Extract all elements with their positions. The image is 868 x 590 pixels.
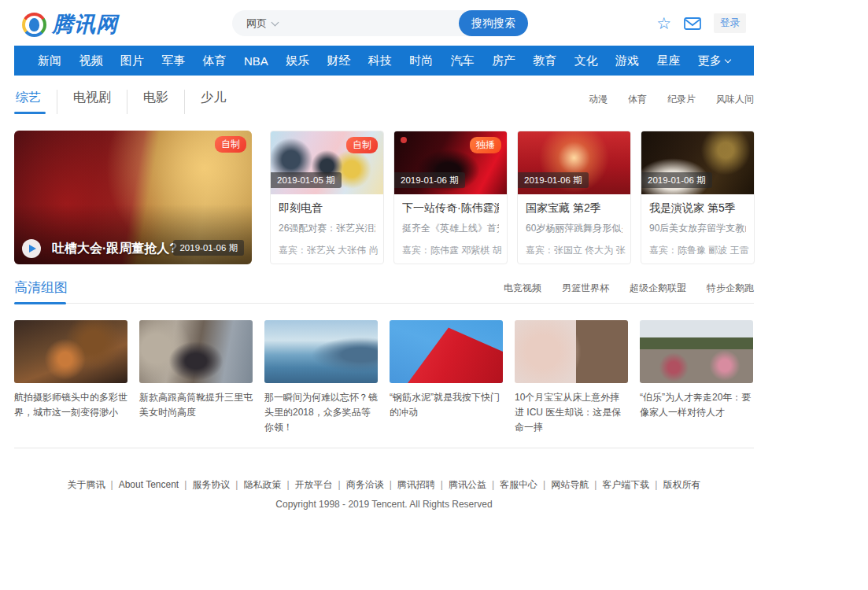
link-documentary[interactable]: 纪录片 bbox=[667, 93, 696, 106]
episode-date-badge: 2019-01-06 期 bbox=[394, 172, 465, 188]
logo-text: 腾讯网 bbox=[52, 10, 118, 39]
copyright-text: Copyright 1998 - 2019 Tencent. All Right… bbox=[14, 499, 754, 510]
self-produced-badge: 自制 bbox=[215, 136, 246, 153]
nav-item-sports[interactable]: 体育 bbox=[203, 53, 227, 68]
footer-link[interactable]: 客服中心 bbox=[500, 479, 537, 490]
tab-kids[interactable]: 少儿 bbox=[185, 90, 242, 114]
footer-link[interactable]: 腾讯公益 bbox=[449, 479, 486, 490]
photo-caption: 10个月宝宝从床上意外摔进 ICU 医生却说：这是保命一摔 bbox=[515, 390, 628, 435]
tab-movies[interactable]: 电影 bbox=[127, 90, 185, 114]
video-card[interactable]: 2019-01-06 期 我是演说家 第5季 90后美女放弃留学支教山村 嘉宾：… bbox=[641, 131, 755, 264]
chevron-down-icon bbox=[725, 56, 731, 62]
footer-link-separator: | bbox=[594, 479, 597, 490]
footer-link[interactable]: 客户端下载 bbox=[602, 479, 649, 490]
link-sports[interactable]: 体育 bbox=[628, 93, 647, 106]
nav-item-games[interactable]: 游戏 bbox=[615, 53, 639, 68]
category-tabs-row: 综艺 电视剧 电影 少儿 动漫 体育 纪录片 风味人间 bbox=[14, 90, 754, 113]
footer-link-separator: | bbox=[286, 479, 289, 490]
video-subtitle: 60岁杨丽萍跳舞身形似少女 bbox=[526, 222, 622, 235]
footer-links: 关于腾讯|About Tencent|服务协议|隐私政策|开放平台|商务洽谈|腾… bbox=[14, 478, 754, 492]
footer-link[interactable]: 腾讯招聘 bbox=[397, 479, 435, 490]
link-super-penguin-league[interactable]: 超级企鹅联盟 bbox=[630, 282, 686, 303]
photo-card[interactable]: 航拍摄影师镜头中的多彩世界，城市这一刻变得渺小 bbox=[14, 320, 127, 435]
nav-item-fashion[interactable]: 时尚 bbox=[409, 53, 433, 68]
photo-caption: “伯乐”为人才奔走20年：要像家人一样对待人才 bbox=[640, 390, 753, 420]
footer-link-separator: | bbox=[111, 479, 113, 490]
footer-link[interactable]: 版权所有 bbox=[663, 479, 700, 490]
photo-card[interactable]: 10个月宝宝从床上意外摔进 ICU 医生却说：这是保命一摔 bbox=[515, 320, 628, 435]
play-icon[interactable] bbox=[22, 239, 41, 258]
search-category-label: 网页 bbox=[246, 17, 267, 31]
footer-link[interactable]: 商务洽谈 bbox=[346, 479, 384, 490]
video-subtitle: 26强配对赛：张艺兴泪洒现场 bbox=[279, 222, 375, 235]
video-thumbnail: 2019-01-06 期 bbox=[641, 131, 754, 194]
featured-video-card[interactable]: 自制 吐槽大会·跟周董抢人? 2019-01-06 期 bbox=[14, 131, 252, 264]
nav-item-video[interactable]: 视频 bbox=[79, 53, 102, 68]
main-navbar: 新闻 视频 图片 军事 体育 NBA 娱乐 财经 科技 时尚 汽车 房产 教育 … bbox=[14, 46, 754, 76]
video-thumbnail: 独播 2019-01-06 期 bbox=[394, 131, 507, 194]
search-input[interactable] bbox=[278, 10, 459, 36]
nav-item-pictures[interactable]: 图片 bbox=[120, 53, 144, 68]
video-cards-row: 自制 吐槽大会·跟周董抢人? 2019-01-06 期 自制 2019-01-0… bbox=[14, 131, 754, 264]
photo-card[interactable]: 新款高跟高筒靴提升三里屯美女时尚高度 bbox=[139, 320, 253, 435]
search-category-dropdown[interactable]: 网页 bbox=[232, 17, 278, 31]
nav-item-finance[interactable]: 财经 bbox=[327, 53, 350, 68]
nav-item-horoscope[interactable]: 星座 bbox=[656, 53, 680, 68]
photos-section-header: 高清组图 电竞视频 男篮世界杯 超级企鹅联盟 特步企鹅跑 bbox=[14, 278, 754, 304]
favorite-star-icon[interactable]: ☆ bbox=[656, 15, 671, 31]
nav-more-label: 更多 bbox=[698, 53, 722, 68]
tencent-logo[interactable]: 腾讯网 bbox=[22, 10, 118, 39]
sogou-search-button[interactable]: 搜狗搜索 bbox=[459, 10, 528, 36]
page-footer: 关于腾讯|About Tencent|服务协议|隐私政策|开放平台|商务洽谈|腾… bbox=[14, 478, 754, 510]
tabs-right-links: 动漫 体育 纪录片 风味人间 bbox=[589, 90, 754, 106]
photo-caption: “钢筋水泥”就是我按下快门的冲动 bbox=[390, 390, 503, 420]
tab-variety[interactable]: 综艺 bbox=[14, 90, 57, 114]
video-card-body: 我是演说家 第5季 90后美女放弃留学支教山村 嘉宾：陈鲁豫 郦波 王雷 bbox=[641, 194, 754, 264]
footer-link[interactable]: 关于腾讯 bbox=[68, 479, 105, 490]
nav-item-tech[interactable]: 科技 bbox=[368, 53, 392, 68]
footer-link-separator: | bbox=[184, 479, 187, 490]
tab-tv-series[interactable]: 电视剧 bbox=[57, 90, 127, 114]
link-penguin-run[interactable]: 特步企鹅跑 bbox=[707, 282, 754, 303]
photos-section-title[interactable]: 高清组图 bbox=[14, 278, 68, 303]
video-card[interactable]: 2019-01-06 期 国家宝藏 第2季 60岁杨丽萍跳舞身形似少女 嘉宾：张… bbox=[517, 131, 631, 264]
video-title: 即刻电音 bbox=[279, 201, 375, 216]
footer-link[interactable]: About Tencent bbox=[119, 479, 179, 490]
photo-caption: 那一瞬间为何难以忘怀？镜头里的2018，众多奖品等你领！ bbox=[264, 390, 378, 435]
nav-item-education[interactable]: 教育 bbox=[533, 53, 556, 68]
nav-item-entertainment[interactable]: 娱乐 bbox=[286, 53, 309, 68]
photo-thumbnail bbox=[640, 320, 753, 383]
footer-link[interactable]: 开放平台 bbox=[295, 479, 333, 490]
exclusive-badge: 独播 bbox=[470, 137, 501, 153]
nav-item-realestate[interactable]: 房产 bbox=[492, 53, 515, 68]
video-title: 我是演说家 第5季 bbox=[649, 201, 746, 216]
nav-item-military[interactable]: 军事 bbox=[161, 53, 185, 68]
nav-item-auto[interactable]: 汽车 bbox=[451, 53, 475, 68]
video-card-body: 即刻电音 26强配对赛：张艺兴泪洒现场 嘉宾：张艺兴 大张伟 尚雯婕 bbox=[271, 194, 383, 264]
link-flavor-world[interactable]: 风味人间 bbox=[716, 93, 754, 106]
link-basketball-worldcup[interactable]: 男篮世界杯 bbox=[562, 282, 609, 303]
login-button[interactable]: 登录 bbox=[714, 13, 746, 33]
video-thumbnail: 自制 2019-01-05 期 bbox=[271, 131, 383, 194]
video-card[interactable]: 自制 2019-01-05 期 即刻电音 26强配对赛：张艺兴泪洒现场 嘉宾：张… bbox=[270, 131, 384, 264]
photo-card[interactable]: “钢筋水泥”就是我按下快门的冲动 bbox=[390, 320, 503, 435]
footer-link[interactable]: 隐私政策 bbox=[243, 479, 281, 490]
link-anime[interactable]: 动漫 bbox=[589, 93, 608, 106]
footer-link[interactable]: 网站导航 bbox=[551, 479, 589, 490]
nav-item-news[interactable]: 新闻 bbox=[38, 53, 61, 68]
photo-card[interactable]: 那一瞬间为何难以忘怀？镜头里的2018，众多奖品等你领！ bbox=[264, 320, 378, 435]
nav-item-nba[interactable]: NBA bbox=[244, 54, 268, 68]
footer-link[interactable]: 服务协议 bbox=[192, 479, 230, 490]
self-produced-badge: 自制 bbox=[346, 137, 378, 153]
episode-date-badge: 2019-01-06 期 bbox=[518, 172, 589, 188]
nav-item-culture[interactable]: 文化 bbox=[574, 53, 598, 68]
video-card[interactable]: 独播 2019-01-06 期 下一站传奇·陈伟霆激动 挺齐全《英雄上线》首秀 … bbox=[393, 131, 508, 264]
video-guests: 嘉宾：陈伟霆 邓紫棋 胡海泉 bbox=[402, 244, 502, 257]
link-esports-video[interactable]: 电竞视频 bbox=[504, 282, 541, 303]
footer-link-separator: | bbox=[235, 479, 238, 490]
nav-item-more[interactable]: 更多 bbox=[698, 53, 730, 68]
mail-icon[interactable] bbox=[684, 17, 701, 30]
video-title: 国家宝藏 第2季 bbox=[526, 201, 622, 216]
photo-card[interactable]: “伯乐”为人才奔走20年：要像家人一样对待人才 bbox=[640, 320, 753, 435]
search-bar: 网页 搜狗搜索 bbox=[232, 10, 528, 36]
